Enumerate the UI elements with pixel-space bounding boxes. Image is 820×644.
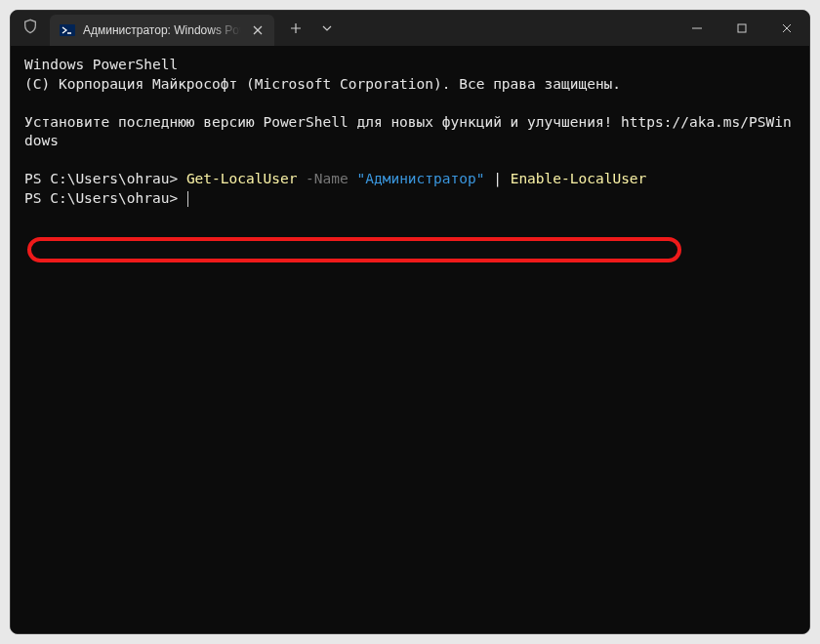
cmd-enable: Enable-LocalUser xyxy=(511,171,647,186)
minimize-icon xyxy=(692,23,702,33)
titlebar-left: Администратор: Windows PowerShell xyxy=(11,11,675,46)
tab-close-button[interactable] xyxy=(249,21,266,39)
shield-icon xyxy=(22,19,38,38)
prompt-2: PS C:\Users\ohrau> xyxy=(24,190,186,206)
chevron-down-icon xyxy=(322,23,332,33)
close-icon xyxy=(253,25,263,35)
cursor xyxy=(187,191,189,207)
window-controls xyxy=(675,11,809,46)
tab-title: Администратор: Windows PowerShell xyxy=(83,23,241,37)
banner-line-1: Windows PowerShell xyxy=(24,57,178,72)
shield-icon-slot xyxy=(11,11,50,46)
svg-rect-7 xyxy=(738,24,746,32)
cmd-value: "Администратор" xyxy=(348,171,485,186)
titlebar[interactable]: Администратор: Windows PowerShell xyxy=(11,11,809,46)
banner-line-3a: Установите последнюю версию PowerShell д… xyxy=(24,114,621,130)
maximize-button[interactable] xyxy=(719,11,764,46)
banner-line-2: (C) Корпорация Майкрософт (Microsoft Cor… xyxy=(24,76,621,92)
close-button[interactable] xyxy=(764,11,809,46)
powershell-icon xyxy=(60,22,75,38)
minimize-button[interactable] xyxy=(675,11,719,46)
tab-dropdown-button[interactable] xyxy=(311,11,343,46)
app-window: Администратор: Windows PowerShell xyxy=(10,10,810,634)
close-icon xyxy=(782,23,792,33)
maximize-icon xyxy=(737,23,747,33)
new-tab-button[interactable] xyxy=(280,11,311,46)
prompt-1: PS C:\Users\ohrau> xyxy=(24,171,186,186)
tab-active[interactable]: Администратор: Windows PowerShell xyxy=(50,15,274,46)
cmd-pipe: | xyxy=(484,171,510,186)
terminal-body[interactable]: Windows PowerShell (C) Корпорация Майкро… xyxy=(11,46,809,633)
cmd-param: -Name xyxy=(297,171,348,186)
cmd-getlocaluser: Get-LocalUser xyxy=(186,171,298,186)
annotation-highlight xyxy=(27,237,681,262)
plus-icon xyxy=(290,22,302,34)
